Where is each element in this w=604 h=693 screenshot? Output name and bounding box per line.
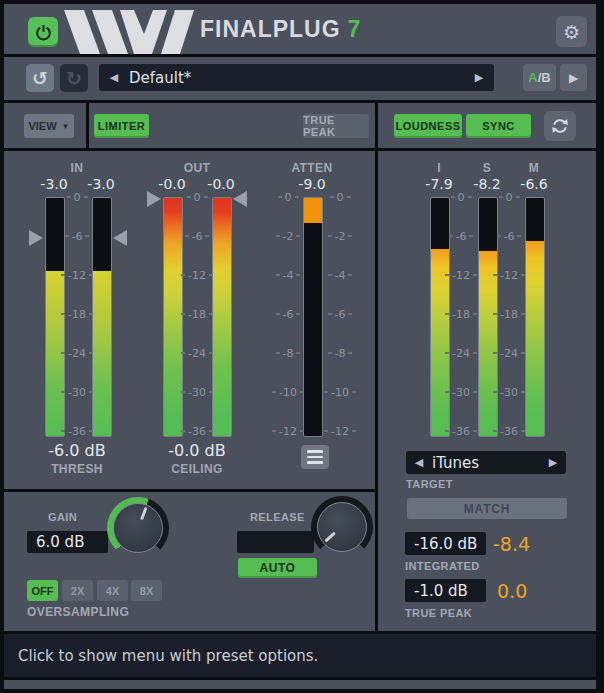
atten-scale-label-right: -8 (310, 347, 370, 360)
gain-label: GAIN (48, 511, 77, 523)
gain-field[interactable]: 6.0 dB (27, 531, 108, 553)
in-scale-label: -12 (47, 269, 107, 282)
plugin-window: FINALPLUG7 ⚙ ↺ ↻ ◀ Default* ▶ A/B ▶ VIEW… (0, 0, 604, 693)
in-scale-label: -36 (47, 425, 107, 438)
ab-b-label: /B (538, 70, 551, 85)
resize-strip (4, 680, 596, 689)
atten-scale-label-right: -4 (310, 269, 370, 282)
target-prev-icon[interactable]: ◀ (406, 456, 432, 469)
settings-button[interactable]: ⚙ (556, 16, 587, 47)
preset-next-icon[interactable]: ▶ (464, 71, 494, 84)
gear-icon: ⚙ (563, 21, 580, 43)
oversampling-label: OVERSAMPLING (27, 605, 129, 619)
page-title: FINALPLUG7 (200, 16, 361, 43)
in-scale-label: -30 (47, 386, 107, 399)
ceiling-marker-right-icon (233, 191, 247, 207)
meter-menu-button[interactable] (301, 445, 329, 469)
plugin-version: 7 (348, 16, 362, 42)
loudness-scale-label: -30 (479, 386, 539, 399)
out-scale-label: -12 (167, 269, 227, 282)
atten-scale-label-left: -2 (258, 230, 318, 243)
target-next-icon[interactable]: ▶ (540, 456, 566, 469)
out-scale-label: -36 (167, 425, 227, 438)
loudness-toggle[interactable]: LOUDNESS (394, 114, 462, 138)
thresh-marker-left-icon (29, 230, 43, 246)
loudness-meter-value: -8.2 (465, 176, 509, 192)
ceiling-marker-left-icon (147, 191, 161, 207)
play-button[interactable]: ▶ (560, 64, 587, 91)
out-meter-value: -0.0 (150, 176, 194, 192)
status-bar[interactable]: Click to show menu with preset options. (4, 634, 596, 677)
out-scale-label: -30 (167, 386, 227, 399)
out-scale-label: -6 (167, 230, 227, 243)
out-meter-value: -0.0 (199, 176, 243, 192)
hamburger-icon (307, 450, 323, 453)
power-button[interactable] (28, 17, 58, 47)
loudness-scale-label: -24 (479, 347, 539, 360)
view-panel: VIEW ▼ (4, 103, 86, 148)
loudness-control-bar: LOUDNESS SYNC (378, 103, 596, 148)
target-label: TARGET (406, 478, 453, 490)
match-button[interactable]: MATCH (407, 498, 567, 519)
true-peak-label: TRUE PEAK (405, 607, 472, 619)
true-peak-toggle[interactable]: TRUE PEAK (303, 114, 369, 138)
integrated-target-field[interactable]: -16.0 dB (405, 532, 486, 555)
release-label: RELEASE (250, 511, 305, 523)
atten-meter-label: ATTEN (282, 161, 342, 175)
chevron-down-icon: ▼ (62, 122, 70, 131)
atten-scale-label-right: -10 (310, 386, 370, 399)
release-field[interactable] (237, 531, 314, 553)
atten-scale-label-left: -4 (258, 269, 318, 282)
oversampling-8x-button[interactable]: 8X (131, 580, 162, 601)
loudness-meter-value: -7.9 (417, 176, 461, 192)
thresh-marker-right-icon (113, 230, 127, 246)
view-menu-button[interactable]: VIEW ▼ (24, 114, 74, 138)
thresh-label: THRESH (42, 462, 112, 476)
loudness-scale-label: 0 (479, 191, 539, 204)
sync-toggle[interactable]: SYNC (466, 114, 531, 138)
atten-scale-label-right: 0 (310, 191, 370, 204)
view-label: VIEW (28, 120, 56, 132)
loudness-scale-label: -36 (479, 425, 539, 438)
status-message: Click to show menu with preset options. (18, 647, 318, 665)
undo-button[interactable]: ↺ (26, 64, 54, 92)
true-peak-readout: 0.0 (497, 580, 527, 602)
in-scale-label: -24 (47, 347, 107, 360)
loudness-scale-label: -12 (479, 269, 539, 282)
gain-release-panel: GAIN 6.0 dB RELEASE AUTO OFF 2X 4X 8X OV… (4, 492, 375, 631)
oversampling-2x-button[interactable]: 2X (62, 580, 93, 601)
ab-compare-button[interactable]: A/B (523, 64, 556, 91)
atten-scale-label-left: -10 (258, 386, 318, 399)
undo-icon: ↺ (32, 67, 48, 89)
target-selector[interactable]: ◀ iTunes ▶ (406, 451, 566, 474)
atten-scale-label-left: 0 (258, 191, 318, 204)
ceiling-label: CEILING (162, 462, 232, 476)
atten-meter-value: -9.0 (290, 176, 334, 192)
loudness-scale-label: -6 (479, 230, 539, 243)
in-meter-label: IN (47, 161, 107, 175)
preset-selector[interactable]: ◀ Default* ▶ (99, 64, 494, 91)
oversampling-4x-button[interactable]: 4X (97, 580, 128, 601)
atten-scale-label-left: -6 (258, 308, 318, 321)
preset-prev-icon[interactable]: ◀ (99, 71, 129, 84)
brand-logo (64, 9, 194, 55)
integrated-readout: -8.4 (493, 533, 530, 555)
oversampling-off-button[interactable]: OFF (27, 580, 58, 601)
redo-icon: ↻ (66, 67, 82, 89)
in-meter-value: -3.0 (79, 176, 123, 192)
redo-button[interactable]: ↻ (60, 64, 88, 92)
limiter-toggle[interactable]: LIMITER (94, 114, 149, 138)
preset-bar: ↺ ↻ ◀ Default* ▶ A/B ▶ (4, 57, 596, 100)
ceiling-readout: -0.0 dB (162, 441, 232, 460)
loudness-meter-value: -6.6 (512, 176, 556, 192)
target-value: iTunes (432, 454, 479, 472)
reset-meters-button[interactable] (544, 111, 576, 141)
in-scale-label: -6 (47, 230, 107, 243)
atten-scale-label-right: -6 (310, 308, 370, 321)
auto-release-toggle[interactable]: AUTO (238, 558, 317, 578)
plugin-name: FINALPLUG (200, 16, 341, 42)
gain-knob[interactable] (107, 497, 169, 559)
true-peak-target-field[interactable]: -1.0 dB (405, 579, 486, 602)
release-knob[interactable] (311, 496, 373, 558)
preset-name: Default* (129, 69, 191, 87)
